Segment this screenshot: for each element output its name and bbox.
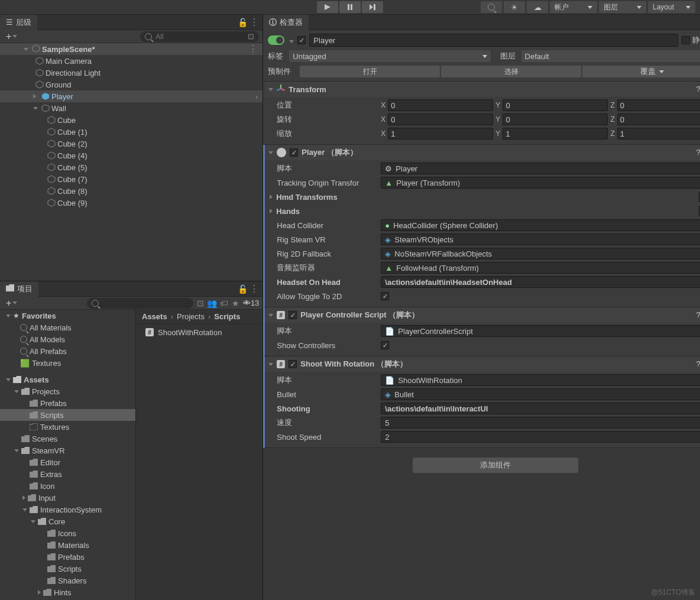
hands-foldout[interactable]: Hands3 xyxy=(270,204,700,218)
project-tab[interactable]: 项目 xyxy=(0,281,38,297)
hierarchy-item[interactable]: Cube (8) xyxy=(0,185,262,197)
lighting-button[interactable]: ☀ xyxy=(504,1,525,13)
tracking-field[interactable]: ▲Player (Transform) xyxy=(381,177,700,189)
hierarchy-item[interactable]: Cube xyxy=(0,114,262,126)
hierarchy-item[interactable]: Cube (9) xyxy=(0,197,262,209)
chevron-right-icon[interactable]: › xyxy=(255,92,258,101)
transform-header[interactable]: Transform ?⇄⋮ xyxy=(265,82,700,97)
add-component-button[interactable]: 添加组件 xyxy=(413,458,578,473)
tag-icon[interactable]: 🏷 xyxy=(219,299,229,308)
fav-item[interactable]: All Materials xyxy=(0,322,135,333)
hidden-count[interactable]: 👁13 xyxy=(243,299,259,308)
hierarchy-search[interactable]: ⊡ xyxy=(140,31,259,42)
tree-item-scripts[interactable]: Scripts xyxy=(0,409,135,421)
create-button[interactable] xyxy=(4,31,20,42)
shooting-field[interactable]: \actions\default\in\InteractUI xyxy=(381,403,700,414)
scl-x-input[interactable] xyxy=(388,128,493,140)
search-expand-icon[interactable]: ⊡ xyxy=(248,32,254,41)
pause-button[interactable] xyxy=(339,1,361,13)
pos-y-input[interactable] xyxy=(503,99,608,111)
hierarchy-item[interactable]: Ground xyxy=(0,79,262,90)
rot-x-input[interactable] xyxy=(388,113,493,125)
assets-row[interactable]: Assets xyxy=(0,374,135,385)
prefab-override-button[interactable]: 覆盖 xyxy=(582,66,700,77)
component-enabled-checkbox[interactable] xyxy=(290,148,298,157)
search-button[interactable] xyxy=(481,1,502,13)
hierarchy-item[interactable]: Main Camera xyxy=(0,55,262,67)
tree-item[interactable]: Scenes xyxy=(0,433,135,445)
inspector-tab[interactable]: ⓘ 检查器 xyxy=(263,15,309,30)
rot-z-input[interactable] xyxy=(617,113,700,125)
tree-item[interactable]: SteamVR xyxy=(0,445,135,456)
prefab-select-button[interactable]: 选择 xyxy=(441,66,581,77)
create-button[interactable] xyxy=(4,298,20,309)
component-enabled-checkbox[interactable] xyxy=(289,311,297,319)
tree-item[interactable]: Hints xyxy=(0,586,135,598)
expand-icon[interactable]: ⊡ xyxy=(196,299,205,308)
tree-item[interactable]: Materials xyxy=(0,539,135,551)
show-controllers-checkbox[interactable] xyxy=(381,341,389,349)
bullet-field[interactable]: ◈Bullet xyxy=(381,388,700,400)
menu-icon[interactable]: ⋮ xyxy=(249,18,259,27)
speed-input[interactable]: 5 xyxy=(381,417,700,429)
tree-item[interactable]: Prefabs xyxy=(0,551,135,563)
breadcrumb-item[interactable]: Scripts xyxy=(214,312,240,321)
enabled-checkbox[interactable] xyxy=(297,36,306,44)
hierarchy-item[interactable]: Cube (7) xyxy=(0,173,262,185)
layers-dropdown[interactable]: 图层 xyxy=(599,1,646,13)
account-dropdown[interactable]: 帐户 xyxy=(550,1,597,13)
tree-item[interactable]: Icons xyxy=(0,527,135,539)
scene-row[interactable]: SampleScene* ⋮ xyxy=(0,43,262,55)
tree-item[interactable]: Editor xyxy=(0,456,135,468)
shoot-speed-input[interactable]: 2 xyxy=(381,431,700,443)
hierarchy-item-player[interactable]: Player› xyxy=(0,90,262,102)
breadcrumb-item[interactable]: Assets xyxy=(142,312,167,321)
rig-2d-field[interactable]: ◈NoSteamVRFallbackObjects xyxy=(381,248,700,260)
lock-icon[interactable]: 🔓 xyxy=(238,18,247,27)
active-toggle[interactable] xyxy=(268,35,284,45)
step-button[interactable] xyxy=(362,1,383,13)
tree-item[interactable]: Extras xyxy=(0,468,135,480)
tree-item[interactable]: Textures xyxy=(0,421,135,433)
audio-field[interactable]: ▲FollowHead (Transform) xyxy=(381,262,700,274)
tree-item[interactable]: Projects xyxy=(0,385,135,397)
tree-item[interactable]: Input xyxy=(0,492,135,504)
file-item[interactable]: # ShootWithRotation xyxy=(141,326,258,338)
hmd-transforms-foldout[interactable]: Hmd Transforms2 xyxy=(270,190,700,204)
hierarchy-item[interactable]: Cube (4) xyxy=(0,150,262,161)
tree-item[interactable]: Scripts xyxy=(0,563,135,575)
hierarchy-item[interactable]: Cube (1) xyxy=(0,126,262,138)
hierarchy-item-wall[interactable]: Wall xyxy=(0,102,262,114)
scl-z-input[interactable] xyxy=(617,128,700,140)
cloud-button[interactable]: ☁ xyxy=(527,1,548,13)
star-icon[interactable]: ★ xyxy=(231,299,241,308)
help-icon[interactable]: ? xyxy=(696,148,700,157)
hierarchy-item[interactable]: Cube (2) xyxy=(0,138,262,150)
tree-item[interactable]: Shaders xyxy=(0,575,135,586)
allow-toggle-checkbox[interactable] xyxy=(381,292,389,300)
prefab-open-button[interactable]: 打开 xyxy=(300,66,440,77)
static-checkbox[interactable] xyxy=(682,36,690,44)
favorites-row[interactable]: ★Favorites xyxy=(0,310,135,322)
tree-item[interactable]: InteractionSystem xyxy=(0,504,135,515)
fav-item[interactable]: All Models xyxy=(0,333,135,345)
help-icon[interactable]: ? xyxy=(696,310,700,320)
scl-y-input[interactable] xyxy=(503,128,608,140)
scene-menu-icon[interactable]: ⋮ xyxy=(248,44,258,54)
hierarchy-search-input[interactable] xyxy=(155,33,244,41)
layer-dropdown[interactable]: Default xyxy=(521,50,700,62)
breadcrumb-item[interactable]: Projects xyxy=(177,312,205,321)
head-collider-field[interactable]: ●HeadCollider (Sphere Collider) xyxy=(381,219,700,231)
play-button[interactable] xyxy=(317,1,338,13)
hierarchy-item[interactable]: Cube (5) xyxy=(0,161,262,173)
help-icon[interactable]: ? xyxy=(696,85,700,94)
tree-item[interactable]: Icon xyxy=(0,480,135,492)
tree-item[interactable]: Core xyxy=(0,515,135,527)
menu-icon[interactable]: ⋮ xyxy=(249,284,259,294)
component-enabled-checkbox[interactable] xyxy=(289,360,297,368)
hierarchy-item[interactable]: Directional Light xyxy=(0,67,262,79)
rig-steam-field[interactable]: ◈SteamVRObjects xyxy=(381,233,700,245)
project-search[interactable] xyxy=(87,298,193,309)
fav-item[interactable]: 🟩Textures xyxy=(0,357,135,369)
people-icon[interactable]: 👥 xyxy=(208,299,217,308)
